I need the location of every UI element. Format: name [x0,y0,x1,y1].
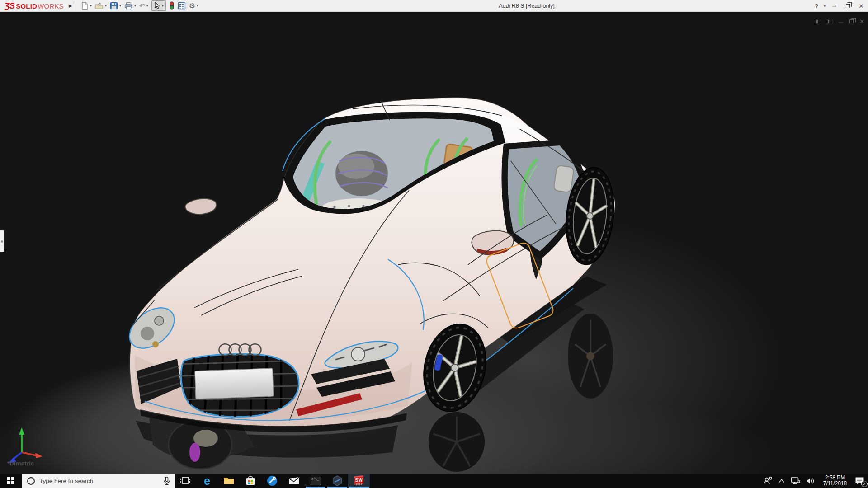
new-document-icon [80,2,89,10]
document-minimize-icon[interactable]: — [839,19,843,25]
cortana-icon [27,477,35,485]
people-button[interactable] [763,477,773,485]
undo-button[interactable]: ↶ ▾ [139,2,148,9]
feature-manager-collapsed-tab[interactable] [0,230,4,252]
file-explorer-icon [223,476,235,485]
help-caret[interactable]: ▾ [822,0,827,12]
action-center-button[interactable]: 2 [855,477,864,485]
titlebar: ƷS SOLID WORKS ▶ ▾ ▾ [0,0,868,12]
solidworks-2017-button[interactable]: SW 2017 [348,474,370,488]
edge-button[interactable]: e [196,474,218,488]
file-explorer-button[interactable] [218,474,240,488]
wrench-circle-icon [267,475,278,486]
brand-name-light: WORKS [38,2,64,10]
mail-icon [288,477,299,485]
minimize-icon: — [832,3,836,9]
solidworks-2017-icon: SW 2017 [354,475,364,486]
traffic-light-icon [169,1,175,10]
start-button[interactable] [0,474,22,488]
options-button[interactable]: ⚙ ▾ [189,2,198,9]
command-prompt-button[interactable]: C:\_ [305,474,326,488]
options-caret[interactable]: ▾ [197,4,198,8]
menu-flyout-button[interactable]: ▶ [67,1,74,11]
print-icon [124,2,133,10]
document-title: Audi R8 S [Read-only] [470,0,583,12]
microsoft-store-icon [245,476,256,486]
notification-badge: 2 [861,481,868,487]
taskbar: e [0,474,868,488]
quick-access-toolbar: ▾ ▾ ▾ [80,0,198,11]
taskbar-apps: e [175,474,370,488]
restore-icon [846,4,850,8]
network-button[interactable] [791,477,800,485]
save-button[interactable]: ▾ [110,2,121,10]
undo-icon: ↶ [139,2,145,9]
search-input[interactable] [39,478,152,484]
speaker-icon [806,477,815,485]
graphics-viewport[interactable]: — ✕ *Dimetric [0,12,868,474]
save-icon [110,2,118,10]
gear-icon: ⚙ [189,2,195,9]
print-button[interactable]: ▾ [124,2,136,10]
new-document-button[interactable]: ▾ [80,2,92,10]
document-restore-icon[interactable] [849,19,854,23]
display-states-button[interactable] [169,1,175,10]
close-button[interactable]: ✕ [854,0,868,12]
taskbar-search[interactable] [22,474,175,488]
system-tray: 2:58 PM 7/11/2018 2 [763,474,868,488]
tray-date: 7/11/2018 [821,481,849,487]
document-window-icon-2[interactable] [827,19,832,24]
volume-button[interactable] [806,477,815,485]
reflected-caliper-magenta [189,443,200,462]
select-tool-button[interactable]: ▾ [151,0,166,11]
task-view-button[interactable] [175,474,196,488]
minimize-button[interactable]: — [827,0,841,12]
window-controls: ? ▾ — ✕ [811,0,868,12]
open-caret[interactable]: ▾ [105,4,107,8]
print-caret[interactable]: ▾ [134,4,136,8]
mail-button[interactable] [283,474,305,488]
undo-caret[interactable]: ▾ [146,4,148,8]
edge-icon: e [204,475,210,487]
reflected-rear-wheel [568,314,613,399]
solidworks-rx-button[interactable] [326,474,348,488]
people-icon [763,477,773,485]
open-button[interactable]: ▾ [95,2,107,10]
property-list-icon [178,2,186,10]
select-tool-caret[interactable]: ▾ [162,4,164,8]
open-icon [95,2,104,10]
save-caret[interactable]: ▾ [119,4,121,8]
new-document-caret[interactable]: ▾ [90,4,92,8]
restore-button[interactable] [841,0,854,12]
solidworks-logo: ƷS SOLID WORKS [0,1,67,11]
document-window-controls: — ✕ [816,18,864,25]
model-canvas[interactable] [0,12,868,474]
hexagon-app-icon [332,475,343,486]
settings-tool-button[interactable] [261,474,283,488]
command-prompt-icon: C:\_ [311,477,321,485]
microsoft-store-button[interactable] [240,474,261,488]
help-button[interactable]: ? [811,0,822,12]
document-close-icon[interactable]: ✕ [859,18,864,25]
windows-logo-icon [7,477,14,484]
property-manager-button[interactable] [178,2,186,10]
solidworks-logo-icon: ƷS [5,1,14,11]
select-cursor-icon [154,2,160,9]
brand-name-bold: SOLID [16,2,37,10]
reflected-front-wheel [429,412,485,472]
task-view-icon [180,476,191,485]
view-orientation-label: *Dimetric [7,460,34,467]
license-plate [195,368,274,399]
network-icon [791,477,800,485]
microphone-icon[interactable] [164,477,170,485]
tray-clock[interactable]: 2:58 PM 7/11/2018 [821,475,849,487]
chevron-up-icon [778,479,785,483]
document-window-icon[interactable] [816,19,821,24]
hidden-icons-button[interactable] [778,479,785,483]
